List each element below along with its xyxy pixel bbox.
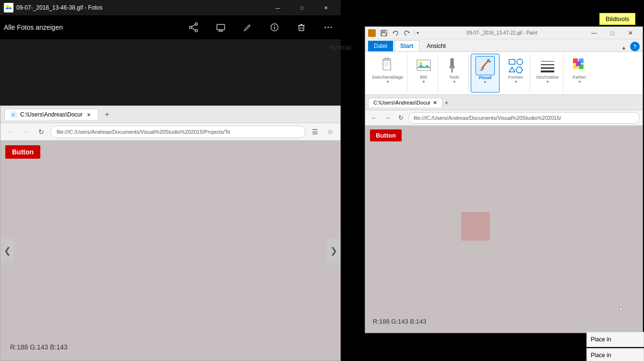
svg-line-5 [191, 28, 195, 30]
browser-reload-left[interactable]: ↻ [35, 126, 48, 138]
photos-close-button[interactable]: ✕ [315, 0, 337, 15]
svg-point-1 [195, 23, 198, 25]
strichstaerke-svg [539, 57, 556, 74]
farben-arrow: ▾ [579, 80, 581, 84]
svg-text:e: e [12, 112, 15, 117]
browser-red-button-left[interactable]: Button [5, 145, 40, 159]
photos-share-icon[interactable] [185, 19, 203, 36]
paint-redo-qat-button[interactable] [402, 28, 412, 38]
clipboard-icon-button[interactable] [378, 56, 397, 75]
pinsel-label: Pinsel [479, 75, 492, 80]
canvas-handle-bottom-left[interactable] [620, 308, 622, 311]
tools-svg [446, 57, 463, 74]
farben-icon-button[interactable] [570, 56, 589, 75]
paint-browser-tab-close[interactable]: ✕ [433, 100, 437, 106]
svg-rect-29 [383, 59, 391, 70]
svg-point-43 [517, 59, 523, 65]
paint-undo-qat-button[interactable] [390, 28, 401, 38]
browser-address-text-left: file:///C:/Users/Andreas/Documents/Visua… [57, 129, 230, 135]
photos-minimize-button[interactable]: — [267, 0, 289, 15]
ribbon-group-clipboard: Zwischenablage ▾ [368, 54, 407, 93]
browser-navbar-left: ← → ↻ file:///C:/Users/Andreas/Documents… [0, 123, 340, 140]
photos-logo-svg [5, 4, 12, 11]
svg-point-41 [479, 69, 483, 71]
paint-browser-reload[interactable]: ↻ [395, 112, 406, 124]
paint-browser-tab[interactable]: C:\Users\Andreas\Docur ✕ [368, 98, 442, 107]
paint-save-qat-button[interactable] [379, 28, 389, 38]
browser-address-bar-left[interactable]: file:///C:/Users/Andreas/Documents/Visua… [50, 126, 306, 138]
tools-icon-button[interactable] [445, 56, 464, 75]
browser-tab-left[interactable]: e C:\Users\Andreas\Docur ✕ [4, 109, 98, 120]
photos-maximize-button[interactable]: □ [291, 0, 313, 15]
svg-rect-31 [385, 58, 389, 59]
paint-browser-address-text: file:///C:/Users/Andreas/Documents/Visua… [414, 115, 561, 121]
browser-reader-left[interactable]: ☰ [309, 126, 321, 138]
browser-tab-title-left: C:\Users\Andreas\Docur [20, 111, 83, 118]
paint-browser-address[interactable]: file:///C:/Users/Andreas/Documents/Visua… [408, 112, 640, 124]
photos-title: 09-07-_2016_13-46-38.gif - Fotos [16, 4, 267, 11]
paint-ribbon: Zwischenablage ▾ Bild ▾ [365, 52, 643, 95]
browser-forward-left[interactable]: → [20, 126, 32, 138]
photos-edit-icon[interactable] [239, 19, 256, 36]
bild-svg [415, 57, 432, 74]
browser-tab-close-left[interactable]: ✕ [85, 111, 92, 118]
bildtools-label: Bildtools [599, 13, 635, 25]
photos-all-photos-label: Alle Fotos anzeigen [4, 23, 63, 31]
browser-prev-arrow-left[interactable]: ❮ [0, 239, 14, 263]
pinsel-icon-button[interactable] [476, 56, 495, 75]
paint-minimize-button[interactable]: — [585, 26, 603, 40]
paint-help-button[interactable]: ? [630, 42, 640, 51]
browser-status-left: R:188 G:143 B:143 [10, 343, 68, 351]
photos-titlebar: 09-07-_2016_13-46-38.gif - Fotos — □ ✕ [0, 0, 341, 15]
photos-more-icon[interactable] [320, 19, 337, 36]
paint-tab-ansicht[interactable]: Ansicht [420, 40, 452, 51]
svg-line-40 [482, 60, 489, 68]
qat-dropdown[interactable]: ▾ [417, 30, 419, 35]
browser-next-arrow-left[interactable]: ❯ [327, 239, 340, 263]
ribbon-group-strichstaerke: Strichstärke ▾ [532, 54, 563, 93]
svg-rect-35 [417, 60, 430, 70]
paint-status-text: R:188 G:143 B:143 [373, 318, 426, 325]
strichstaerke-label: Strichstärke [536, 75, 559, 80]
bild-icon-button[interactable] [414, 56, 433, 75]
paint-close-button[interactable]: ✕ [621, 26, 640, 40]
paint-browser-forward[interactable]: → [382, 112, 393, 124]
paint-title-text: 09-07-_2016_13-47-22.gif - Paint [466, 30, 537, 35]
svg-rect-26 [382, 34, 385, 35]
farben-svg [571, 57, 588, 74]
svg-rect-54 [576, 61, 581, 66]
paint-browser-new-tab[interactable]: + [444, 98, 449, 106]
paint-browser-button[interactable]: Button [370, 129, 402, 141]
svg-point-20 [331, 27, 332, 28]
photos-delete-icon[interactable] [293, 19, 310, 36]
browser-new-tab-left[interactable]: + [101, 109, 113, 120]
formen-svg [507, 57, 525, 74]
farben-label: Farben [572, 75, 586, 80]
svg-rect-33 [384, 64, 390, 65]
tools-arrow: ▾ [453, 80, 455, 84]
svg-point-19 [328, 27, 329, 28]
svg-point-11 [274, 25, 275, 26]
formen-icon-button[interactable] [506, 56, 525, 75]
paint-canvas-content: Button R:188 G:143 B:143 [365, 126, 643, 333]
paint-browser-titlebar: C:\Users\Andreas\Docur ✕ + [365, 95, 643, 110]
photos-info-icon[interactable] [266, 19, 283, 36]
paint-maximize-button[interactable]: □ [603, 26, 621, 40]
svg-marker-44 [509, 67, 515, 72]
paint-app-icon [368, 29, 376, 37]
paint-browser-navbar: ← → ↻ file:///C:/Users/Andreas/Documents… [365, 110, 643, 126]
paint-tab-datei[interactable]: Datei [368, 41, 393, 51]
photos-logo-icon [4, 3, 13, 12]
photos-display-icon[interactable] [212, 19, 229, 36]
paint-browser-back[interactable]: ← [368, 112, 380, 124]
strichstaerke-icon-button[interactable] [538, 56, 557, 75]
paint-tab-start[interactable]: Start [394, 40, 419, 51]
browser-back-left[interactable]: ← [4, 126, 17, 138]
svg-marker-45 [516, 67, 523, 73]
paint-save-icon [381, 30, 387, 36]
ribbon-group-tools: Tools ▾ [440, 54, 469, 93]
paint-ribbon-collapse[interactable]: ▲ [620, 44, 628, 51]
browser-bookmark-left[interactable]: ☆ [324, 126, 336, 138]
svg-rect-12 [274, 27, 275, 29]
right-edge-item-2: Place in [586, 348, 644, 361]
